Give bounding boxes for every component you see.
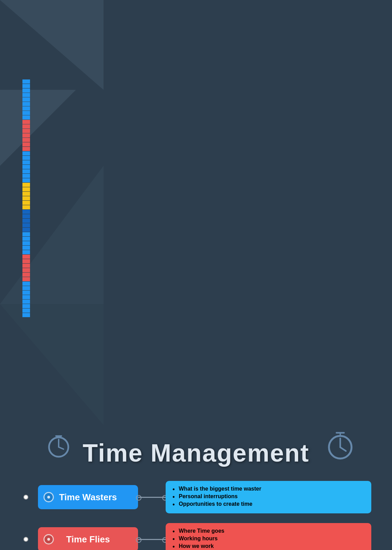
bar-segment bbox=[22, 169, 30, 173]
connector-time-wasters bbox=[138, 497, 166, 498]
bar-segment bbox=[22, 97, 30, 102]
right-box-time-wasters: What is the biggest time wasterPersonal … bbox=[166, 481, 371, 513]
bar-segment bbox=[22, 79, 30, 84]
dot-time-wasters bbox=[23, 495, 28, 500]
bar-segment bbox=[22, 268, 30, 272]
bar-segment bbox=[22, 160, 30, 164]
bar-segment bbox=[22, 210, 30, 214]
bar-segment bbox=[22, 88, 30, 93]
bar-segment bbox=[22, 214, 30, 218]
bar-segment bbox=[22, 111, 30, 115]
bar-segment bbox=[22, 282, 30, 286]
bar-segment bbox=[22, 291, 30, 295]
bar-segment bbox=[22, 156, 30, 160]
row-time-wasters: Time WastersWhat is the biggest time was… bbox=[38, 481, 371, 513]
bar-segment bbox=[22, 313, 30, 317]
main-content: Time WastersWhat is the biggest time was… bbox=[0, 474, 392, 550]
bar-segment bbox=[22, 183, 30, 187]
right-box-time-flies: Where Time goesWorking hoursHow we work bbox=[166, 523, 371, 550]
list-item: How we work bbox=[173, 543, 365, 549]
bar-segment bbox=[22, 277, 30, 281]
list-item: What is the biggest time waster bbox=[173, 486, 365, 492]
svg-line-7 bbox=[340, 447, 346, 451]
timer-icon-right bbox=[323, 428, 357, 463]
list-item: Working hours bbox=[173, 535, 365, 542]
timer-icon-left bbox=[45, 432, 72, 459]
list-item: Opportunities to create time bbox=[173, 501, 365, 507]
bar-segment bbox=[22, 187, 30, 191]
bar-segment bbox=[22, 250, 30, 254]
bar-segment bbox=[22, 205, 30, 209]
bar-segment bbox=[22, 219, 30, 223]
bar-segment bbox=[22, 295, 30, 299]
bar-segment bbox=[22, 93, 30, 97]
left-box-title-time-wasters: Time Wasters bbox=[59, 492, 117, 503]
connector-time-flies bbox=[138, 539, 166, 540]
bar-segment bbox=[22, 142, 30, 146]
bar-segment bbox=[22, 304, 30, 308]
bar-segment bbox=[22, 232, 30, 236]
bar-segment bbox=[22, 124, 30, 129]
bar-segment bbox=[22, 106, 30, 111]
bar-segment bbox=[22, 309, 30, 313]
bar-segment bbox=[22, 246, 30, 250]
bar-segment bbox=[22, 133, 30, 138]
bar-segment bbox=[22, 138, 30, 142]
bar-segment bbox=[22, 300, 30, 304]
bar-segment bbox=[22, 178, 30, 182]
bar-segment bbox=[22, 102, 30, 106]
box-icon-time-flies bbox=[43, 534, 54, 544]
bar-segment bbox=[22, 237, 30, 241]
bar-segment bbox=[22, 241, 30, 245]
bar-segment bbox=[22, 228, 30, 232]
list-item: Personal interruptions bbox=[173, 493, 365, 500]
bar-segment bbox=[22, 286, 30, 290]
svg-line-2 bbox=[59, 447, 63, 449]
bar-segment bbox=[22, 273, 30, 277]
bar-segment bbox=[22, 174, 30, 178]
bar-segment bbox=[22, 120, 30, 124]
left-bar bbox=[22, 79, 30, 317]
bar-segment bbox=[22, 147, 30, 151]
dot-time-flies bbox=[23, 537, 28, 542]
bar-segment bbox=[22, 115, 30, 120]
bar-segment bbox=[22, 259, 30, 263]
bar-segment bbox=[22, 223, 30, 227]
bar-segment bbox=[22, 151, 30, 155]
bar-segment bbox=[22, 264, 30, 268]
left-box-time-wasters: Time Wasters bbox=[38, 485, 138, 509]
list-item: Where Time goes bbox=[173, 528, 365, 534]
left-box-time-flies: Time Flies bbox=[38, 527, 138, 550]
bar-segment bbox=[22, 255, 30, 259]
bar-segment bbox=[22, 129, 30, 133]
header: Time Management bbox=[0, 425, 392, 474]
row-time-flies: Time FliesWhere Time goesWorking hoursHo… bbox=[38, 523, 371, 550]
box-icon-time-wasters bbox=[43, 492, 54, 502]
bar-segment bbox=[22, 196, 30, 200]
bar-segment bbox=[22, 201, 30, 205]
bar-segment bbox=[22, 192, 30, 196]
left-box-title-time-flies: Time Flies bbox=[66, 534, 110, 545]
bar-segment bbox=[22, 165, 30, 169]
bar-segment bbox=[22, 84, 30, 88]
